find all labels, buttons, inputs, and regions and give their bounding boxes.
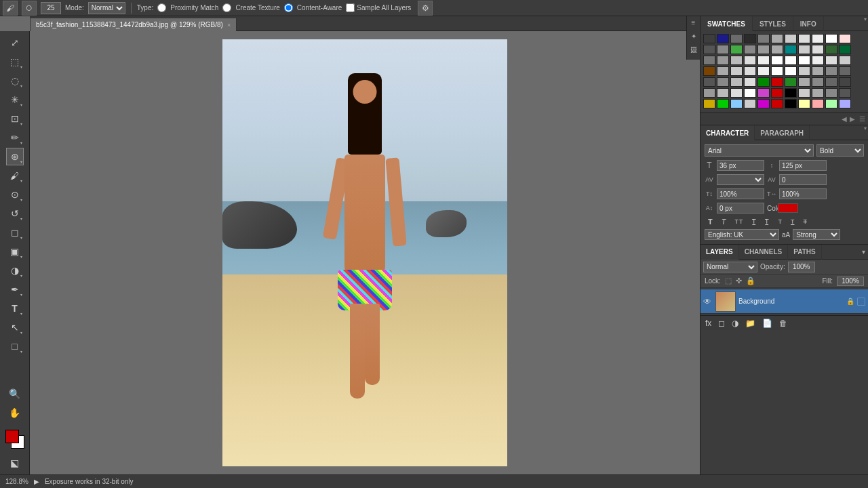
underline-btn[interactable]: T <box>787 217 798 226</box>
strikethrough-btn[interactable]: T <box>800 217 810 226</box>
type-tool[interactable]: T▾ <box>6 300 24 317</box>
swatch[interactable] <box>825 88 837 98</box>
quick-mask-btn[interactable]: ⬕ <box>6 454 24 472</box>
info-tab[interactable]: INFO <box>793 16 824 31</box>
layer-item-background[interactable]: 👁 Background 🔒 <box>701 289 868 314</box>
lock-move-icon[interactable]: ✜ <box>736 277 742 285</box>
spot-heal-tool[interactable]: ⊛▾ <box>6 148 24 165</box>
swatch[interactable] <box>839 88 851 98</box>
swatches-panel-arrow[interactable]: ▾ <box>864 16 867 30</box>
marquee-tool[interactable]: ⬚▾ <box>6 53 24 70</box>
swatch[interactable] <box>757 66 770 76</box>
swatch[interactable] <box>798 77 810 87</box>
status-arrow[interactable]: ▶ <box>34 478 39 485</box>
swatch[interactable] <box>771 88 783 98</box>
swatch[interactable] <box>839 34 851 43</box>
swatch[interactable] <box>717 88 729 98</box>
canvas-image[interactable] <box>222 39 507 466</box>
swatch[interactable] <box>798 88 810 98</box>
delete-layer-btn[interactable]: 🗑 <box>777 319 789 328</box>
swatch[interactable] <box>785 45 797 54</box>
swatch[interactable] <box>785 99 797 108</box>
swatch[interactable] <box>798 99 810 108</box>
dodge-tool[interactable]: ◑▾ <box>6 262 24 279</box>
swatch[interactable] <box>717 45 729 54</box>
stamp-tool[interactable]: ⊙▾ <box>6 186 24 203</box>
panel-side-icon-1[interactable]: ≡ <box>688 19 699 30</box>
text-color-swatch[interactable] <box>778 203 798 213</box>
swatch[interactable] <box>812 88 824 98</box>
swatch[interactable] <box>812 66 824 76</box>
wand-tool[interactable]: ✳▾ <box>6 91 24 108</box>
swatch[interactable] <box>703 88 715 98</box>
italic-btn[interactable]: T <box>718 217 730 226</box>
swatch[interactable] <box>839 99 851 108</box>
antialiasing-select[interactable]: Strong <box>793 229 840 240</box>
move-tool[interactable]: ⤢ <box>6 34 24 52</box>
swatch[interactable] <box>703 77 715 87</box>
tab-close-btn[interactable]: × <box>227 22 231 28</box>
layer-visibility-icon[interactable]: 👁 <box>703 297 713 306</box>
brush-size-icon[interactable]: ○ <box>22 1 37 16</box>
superscript-btn[interactable]: T̲ <box>762 217 772 226</box>
swatch[interactable] <box>703 99 715 108</box>
swatch[interactable] <box>825 45 837 54</box>
proximity-match-radio[interactable]: Proximity Match <box>157 3 218 12</box>
language-select[interactable]: English: UK <box>705 229 779 240</box>
pen-tool[interactable]: ✒▾ <box>6 281 24 298</box>
character-tab[interactable]: CHARACTER <box>701 125 755 140</box>
swatch[interactable] <box>812 45 824 54</box>
lock-all-icon[interactable]: 🔒 <box>746 277 755 285</box>
styles-tab[interactable]: STYLES <box>753 16 793 31</box>
swatch[interactable] <box>730 66 743 76</box>
new-layer-btn[interactable]: 📄 <box>760 319 774 328</box>
shape-tool[interactable]: □▾ <box>6 338 24 355</box>
swatch[interactable] <box>730 99 743 108</box>
bold-btn[interactable]: T <box>705 217 716 226</box>
swatch[interactable] <box>825 56 837 65</box>
eraser-tool[interactable]: ◻▾ <box>6 224 24 241</box>
smallcaps-btn[interactable]: T̲ <box>749 217 760 226</box>
document-tab[interactable]: b5c3f_fashion_115388473_14472db9a3.jpg @… <box>30 18 237 31</box>
swatches-tab[interactable]: SWATCHES <box>701 16 753 31</box>
swatch[interactable] <box>771 77 783 87</box>
crop-tool[interactable]: ⊡▾ <box>6 110 24 127</box>
foreground-color-swatch[interactable] <box>5 430 19 443</box>
swatch[interactable] <box>771 99 783 108</box>
swatch[interactable] <box>703 34 715 43</box>
swatch[interactable] <box>717 34 729 43</box>
new-group-btn[interactable]: 📁 <box>743 319 757 328</box>
content-aware-radio[interactable]: Content-Aware <box>284 3 342 12</box>
allcaps-btn[interactable]: TT <box>731 217 747 226</box>
gradient-tool[interactable]: ▣▾ <box>6 243 24 260</box>
settings-icon[interactable]: ⚙ <box>418 1 433 16</box>
brush-tool[interactable]: 🖌▾ <box>6 167 24 184</box>
swatch[interactable] <box>812 34 824 43</box>
swatch[interactable] <box>757 56 770 65</box>
swatch[interactable] <box>757 88 770 98</box>
swatch[interactable] <box>730 45 743 54</box>
swatch[interactable] <box>744 56 756 65</box>
swatch[interactable] <box>703 56 715 65</box>
v-scale-input[interactable] <box>717 188 764 199</box>
swatch[interactable] <box>839 66 851 76</box>
swatch[interactable] <box>717 77 729 87</box>
opacity-input[interactable] <box>788 262 815 272</box>
history-tool[interactable]: ↺▾ <box>6 205 24 222</box>
swatch[interactable] <box>798 45 810 54</box>
swatch[interactable] <box>730 77 743 87</box>
swatch[interactable] <box>825 77 837 87</box>
zoom-tool[interactable]: 🔍 <box>6 385 24 403</box>
swatch[interactable] <box>744 99 756 108</box>
kerning-select[interactable] <box>717 174 764 185</box>
panel-side-icon-3[interactable]: 🖼 <box>688 46 699 57</box>
swatch[interactable] <box>812 56 824 65</box>
blend-mode-select[interactable]: Normal <box>703 262 757 272</box>
swatch[interactable] <box>757 34 770 43</box>
swatch[interactable] <box>744 45 756 54</box>
swatch[interactable] <box>744 88 756 98</box>
swatch[interactable] <box>757 99 770 108</box>
create-texture-radio[interactable]: Create Texture <box>222 3 279 12</box>
swatches-menu[interactable]: ☰ <box>859 115 865 123</box>
layer-adjustment-btn[interactable]: ◑ <box>730 319 741 328</box>
